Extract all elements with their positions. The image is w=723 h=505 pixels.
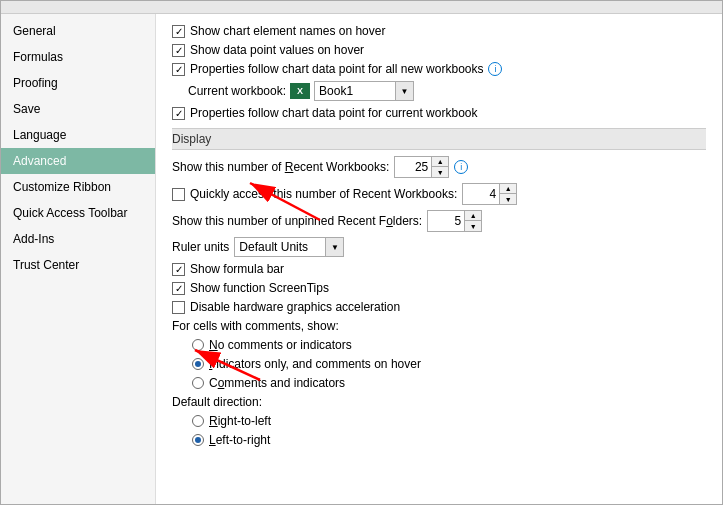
direction-suboptions: Right-to-leftLeft-to-right: [192, 414, 706, 447]
content-area: GeneralFormulasProofingSaveLanguageAdvan…: [1, 14, 722, 504]
option-row-properties-current: Properties follow chart data point for c…: [172, 106, 706, 120]
sidebar-item-proofing[interactable]: Proofing: [1, 70, 155, 96]
recent-workbooks-spinner-btns: ▲ ▼: [431, 157, 448, 177]
workbook-dropdown-btn[interactable]: ▼: [395, 82, 413, 100]
quick-access-row: Quickly access this number of Recent Wor…: [172, 183, 706, 205]
quick-access-input[interactable]: [463, 186, 499, 202]
checkbox-formula-bar[interactable]: [172, 263, 185, 276]
sidebar: GeneralFormulasProofingSaveLanguageAdvan…: [1, 14, 156, 504]
label-show-data-point-values: Show data point values on hover: [190, 43, 364, 57]
label-properties-current: Properties follow chart data point for c…: [190, 106, 477, 120]
label-comments-and-indicators: Comments and indicators: [209, 376, 345, 390]
unpinned-folders-input[interactable]: [428, 213, 464, 229]
title-bar: [1, 1, 722, 14]
checkbox-properties-follow-chart-new[interactable]: [172, 63, 185, 76]
label-right-to-left: Right-to-left: [209, 414, 271, 428]
recent-workbooks-row: Show this number of Recent Workbooks: ▲ …: [172, 156, 706, 178]
ruler-units-dropdown-btn[interactable]: ▼: [325, 238, 343, 256]
sidebar-item-advanced[interactable]: Advanced: [1, 148, 155, 174]
recent-workbooks-down[interactable]: ▼: [432, 167, 448, 177]
unpinned-folders-spinner[interactable]: ▲ ▼: [427, 210, 482, 232]
quick-access-spinner-btns: ▲ ▼: [499, 184, 516, 204]
comment-option-no-comments: No comments or indicators: [192, 338, 706, 352]
quick-access-label: Quickly access this number of Recent Wor…: [190, 187, 457, 201]
quick-access-down[interactable]: ▼: [500, 194, 516, 204]
option-row-show-data-point-values: Show data point values on hover: [172, 43, 706, 57]
workbook-value: Book1: [315, 83, 395, 99]
comment-option-indicators-only: Indicators only, and comments on hover: [192, 357, 706, 371]
direction-label: Default direction:: [172, 395, 262, 409]
comment-option-comments-and-indicators: Comments and indicators: [192, 376, 706, 390]
quick-access-up[interactable]: ▲: [500, 184, 516, 194]
label-no-comments: No comments or indicators: [209, 338, 352, 352]
unpinned-folders-label: Show this number of unpinned Recent Fold…: [172, 214, 422, 228]
direction-option-left-to-right: Left-to-right: [192, 433, 706, 447]
excel-icon: X: [290, 83, 310, 99]
recent-workbooks-label: Show this number of Recent Workbooks:: [172, 160, 389, 174]
ruler-units-value: Default Units: [235, 239, 325, 255]
sidebar-item-formulas[interactable]: Formulas: [1, 44, 155, 70]
comments-suboptions: No comments or indicatorsIndicators only…: [192, 338, 706, 390]
info-icon-properties-follow-chart-new[interactable]: i: [488, 62, 502, 76]
sidebar-item-trust-center[interactable]: Trust Center: [1, 252, 155, 278]
recent-workbooks-input[interactable]: [395, 159, 431, 175]
label-show-chart-element-names: Show chart element names on hover: [190, 24, 385, 38]
recent-workbooks-up[interactable]: ▲: [432, 157, 448, 167]
radio-no-comments[interactable]: [192, 339, 204, 351]
excel-options-window: GeneralFormulasProofingSaveLanguageAdvan…: [0, 0, 723, 505]
unpinned-folders-up[interactable]: ▲: [465, 211, 481, 221]
direction-label-row: Default direction:: [172, 395, 706, 409]
checkbox-show-data-point-values[interactable]: [172, 44, 185, 57]
recent-workbooks-info[interactable]: i: [454, 160, 468, 174]
unpinned-folders-row: Show this number of unpinned Recent Fold…: [172, 210, 706, 232]
radio-right-to-left[interactable]: [192, 415, 204, 427]
radio-comments-and-indicators[interactable]: [192, 377, 204, 389]
formula-bar-label: Show formula bar: [190, 262, 284, 276]
display-section-header: Display: [172, 128, 706, 150]
label-indicators-only: Indicators only, and comments on hover: [209, 357, 421, 371]
comments-label: For cells with comments, show:: [172, 319, 339, 333]
screentips-label: Show function ScreenTips: [190, 281, 329, 295]
hardware-graphics-row: Disable hardware graphics acceleration: [172, 300, 706, 314]
ruler-units-label: Ruler units: [172, 240, 229, 254]
unpinned-folders-spinner-btns: ▲ ▼: [464, 211, 481, 231]
quick-access-spinner[interactable]: ▲ ▼: [462, 183, 517, 205]
sidebar-item-customize-ribbon[interactable]: Customize Ribbon: [1, 174, 155, 200]
current-workbook-row: Current workbook: X Book1 ▼: [188, 81, 706, 101]
checkbox-quick-access[interactable]: [172, 188, 185, 201]
checkbox-properties-current[interactable]: [172, 107, 185, 120]
sidebar-item-quick-access[interactable]: Quick Access Toolbar: [1, 200, 155, 226]
sidebar-item-general[interactable]: General: [1, 18, 155, 44]
ruler-units-row: Ruler units Default Units ▼: [172, 237, 706, 257]
ruler-units-dropdown[interactable]: Default Units ▼: [234, 237, 344, 257]
checkbox-screentips[interactable]: [172, 282, 185, 295]
screentips-row: Show function ScreenTips: [172, 281, 706, 295]
label-left-to-right: Left-to-right: [209, 433, 270, 447]
checkbox-hardware-graphics[interactable]: [172, 301, 185, 314]
option-row-show-chart-element-names: Show chart element names on hover: [172, 24, 706, 38]
comments-label-row: For cells with comments, show:: [172, 319, 706, 333]
sidebar-item-save[interactable]: Save: [1, 96, 155, 122]
main-panel: Show chart element names on hoverShow da…: [156, 14, 722, 504]
unpinned-folders-down[interactable]: ▼: [465, 221, 481, 231]
current-workbook-label: Current workbook:: [188, 84, 286, 98]
workbook-dropdown[interactable]: Book1 ▼: [314, 81, 414, 101]
radio-indicators-only[interactable]: [192, 358, 204, 370]
sidebar-item-language[interactable]: Language: [1, 122, 155, 148]
direction-option-right-to-left: Right-to-left: [192, 414, 706, 428]
option-row-properties-follow-chart-new: Properties follow chart data point for a…: [172, 62, 706, 76]
checkbox-show-chart-element-names[interactable]: [172, 25, 185, 38]
label-properties-follow-chart-new: Properties follow chart data point for a…: [190, 62, 483, 76]
radio-left-to-right[interactable]: [192, 434, 204, 446]
formula-bar-row: Show formula bar: [172, 262, 706, 276]
display-section-label: Display: [172, 132, 211, 146]
hardware-graphics-label: Disable hardware graphics acceleration: [190, 300, 400, 314]
sidebar-item-add-ins[interactable]: Add-Ins: [1, 226, 155, 252]
recent-workbooks-spinner[interactable]: ▲ ▼: [394, 156, 449, 178]
